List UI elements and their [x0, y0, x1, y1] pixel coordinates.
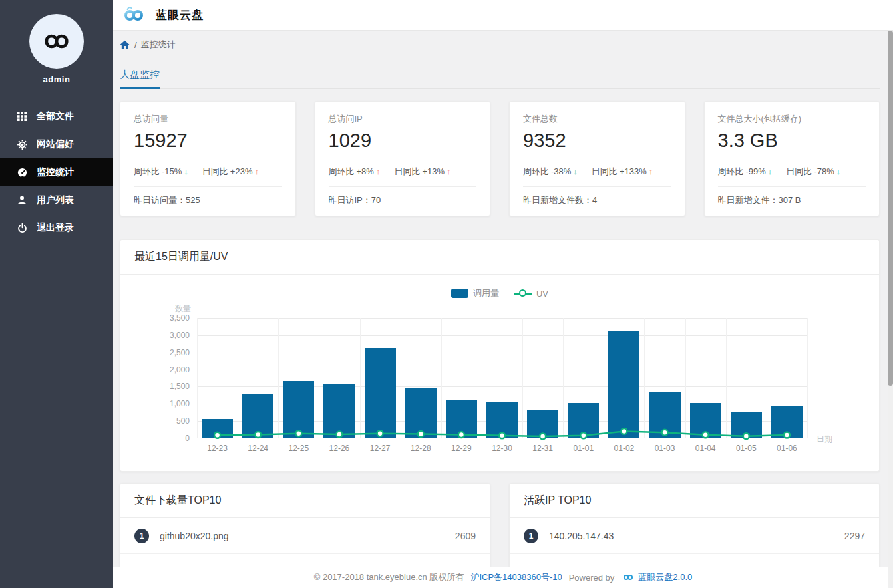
x-tick-label: 12-26: [319, 444, 359, 453]
sidebar-item-logout[interactable]: 退出登录: [0, 214, 113, 242]
stat-label: 总访问IP: [329, 113, 477, 125]
trend-arrow-icon: ↓: [768, 166, 773, 176]
user-icon: [17, 195, 27, 206]
stat-trends: 周环比+8%↑ 日同比+13%↑: [329, 166, 477, 178]
icp-link[interactable]: 沪ICP备14038360号-10: [470, 571, 562, 583]
breadcrumb: / 监控统计: [120, 39, 880, 51]
avatar[interactable]: [29, 14, 84, 69]
download-count: 2609: [455, 531, 476, 541]
x-tick-label: 12-25: [278, 444, 319, 453]
y-tick-label: 1,500: [139, 382, 190, 391]
stat-value: 9352: [523, 130, 671, 152]
app-window: admin 全部文件: [0, 0, 893, 588]
chart-title: 最近15日调用量/UV: [120, 240, 879, 275]
stat-card-total-files: 文件总数 9352 周环比-38%↓ 日同比+133%↑ 昨日新增文件数：4: [509, 101, 685, 216]
x-tick-label: 01-03: [644, 444, 685, 453]
x-tick-label: 01-05: [726, 444, 767, 453]
y-tick-label: 3,500: [139, 313, 190, 323]
y-tick-label: 2,500: [139, 348, 190, 357]
power-icon: [17, 223, 27, 233]
x-tick-label: 12-27: [360, 444, 401, 453]
breadcrumb-separator: /: [134, 40, 137, 50]
file-name: github20x20.png: [160, 531, 455, 541]
legend-item-uv[interactable]: UV: [514, 289, 548, 299]
ip-address: 140.205.147.43: [549, 531, 844, 541]
home-icon[interactable]: [120, 40, 130, 49]
gauge-icon: [17, 167, 27, 178]
page-content: / 监控统计 大盘监控 总访问量 15927 周环比-15%↓ 日同比+23%↑…: [113, 31, 893, 588]
visit-count: 2297: [844, 531, 865, 541]
x-tick-label: 12-31: [522, 444, 563, 453]
trend-arrow-icon: ↑: [649, 166, 653, 176]
x-tick-label: 12-28: [401, 444, 441, 453]
x-tick-label: 12-30: [482, 444, 522, 453]
sidebar-item-monitoring[interactable]: 监控统计: [0, 158, 113, 186]
sidebar-item-label: 网站偏好: [37, 138, 74, 150]
top-header: 蓝眼云盘: [113, 0, 893, 31]
stat-footnote: 昨日新增文件：307 B: [718, 194, 866, 206]
scrollbar-thumb[interactable]: [888, 31, 893, 386]
stat-trends: 周环比-38%↓ 日同比+133%↑: [523, 166, 671, 178]
stat-card-total-ips: 总访问IP 1029 周环比+8%↑ 日同比+13%↑ 昨日访IP：70: [315, 101, 491, 216]
y-tick-label: 0: [139, 434, 190, 443]
y-tick-label: 2,000: [139, 365, 190, 374]
grid-icon: [17, 111, 27, 122]
breadcrumb-current: 监控统计: [141, 39, 176, 51]
app-title: 蓝眼云盘: [156, 7, 204, 23]
divider: [718, 186, 866, 187]
page-footer: © 2017-2018 tank.eyeblue.cn 版权所有 沪ICP备14…: [113, 567, 893, 588]
legend-label: 调用量: [473, 287, 499, 299]
list-title: 文件下载量TOP10: [120, 484, 490, 518]
stat-label: 文件总大小(包括缓存): [718, 113, 866, 125]
stats-row: 总访问量 15927 周环比-15%↓ 日同比+23%↑ 昨日访问量：525 总…: [120, 101, 880, 216]
vertical-scrollbar: [888, 31, 893, 588]
stat-card-total-size: 文件总大小(包括缓存) 3.3 GB 周环比-99%↓ 日同比-78%↓ 昨日新…: [704, 101, 880, 216]
stat-trends: 周环比-15%↓ 日同比+23%↑: [134, 166, 282, 178]
list-item: 1 140.205.147.43 2297: [510, 518, 879, 554]
trend-arrow-icon: ↑: [376, 166, 381, 176]
divider: [523, 186, 671, 187]
sidebar: admin 全部文件: [0, 0, 113, 588]
x-tick-label: 01-02: [604, 444, 644, 453]
sidebar-item-users[interactable]: 用户列表: [0, 186, 113, 214]
list-item: 1 github20x20.png 2609: [120, 518, 490, 554]
sidebar-item-all-files[interactable]: 全部文件: [0, 102, 113, 130]
tab-dashboard-monitor[interactable]: 大盘监控: [120, 69, 160, 89]
infinity-logo-icon: [41, 26, 72, 57]
sidebar-item-label: 全部文件: [37, 110, 74, 122]
gear-icon: [17, 139, 27, 150]
stat-trends: 周环比-99%↓ 日同比-78%↓: [718, 166, 866, 178]
stat-card-total-visits: 总访问量 15927 周环比-15%↓ 日同比+23%↑ 昨日访问量：525: [120, 101, 296, 216]
trend-arrow-icon: ↑: [446, 166, 451, 176]
chart-card: 最近15日调用量/UV 调用量 UV 数量: [120, 239, 880, 472]
list-title: 活跃IP TOP10: [510, 484, 879, 518]
x-tick-label: 12-24: [238, 444, 278, 453]
stat-value: 1029: [329, 130, 477, 152]
sidebar-item-label: 监控统计: [37, 166, 74, 178]
sidebar-nav: 全部文件 网站偏好: [0, 102, 113, 242]
stat-value: 15927: [134, 130, 282, 152]
legend-item-calls[interactable]: 调用量: [451, 287, 499, 299]
trend-arrow-icon: ↑: [254, 166, 259, 176]
footer-logo-icon: [621, 572, 635, 583]
rank-badge: 1: [524, 529, 538, 543]
y-tick-label: 500: [139, 416, 190, 426]
sidebar-item-label: 退出登录: [37, 222, 74, 234]
divider: [134, 186, 282, 187]
trend-arrow-icon: ↓: [184, 166, 188, 176]
rank-badge: 1: [134, 529, 149, 543]
product-version-link[interactable]: 蓝眼云盘2.0.0: [638, 571, 692, 583]
stat-label: 文件总数: [523, 113, 671, 125]
trend-arrow-icon: ↓: [573, 166, 578, 176]
trend-arrow-icon: ↓: [836, 166, 841, 176]
chart-plot: [197, 318, 807, 438]
sidebar-item-preferences[interactable]: 网站偏好: [0, 130, 113, 158]
x-tick-label: 01-04: [685, 444, 726, 453]
y-tick-label: 1,000: [139, 399, 190, 408]
chart-legend: 调用量 UV: [120, 275, 879, 299]
x-tick-label: 12-23: [197, 444, 238, 453]
app-logo-icon: [120, 5, 147, 26]
stat-label: 总访问量: [134, 113, 282, 125]
username: admin: [0, 74, 113, 84]
divider: [329, 186, 477, 187]
